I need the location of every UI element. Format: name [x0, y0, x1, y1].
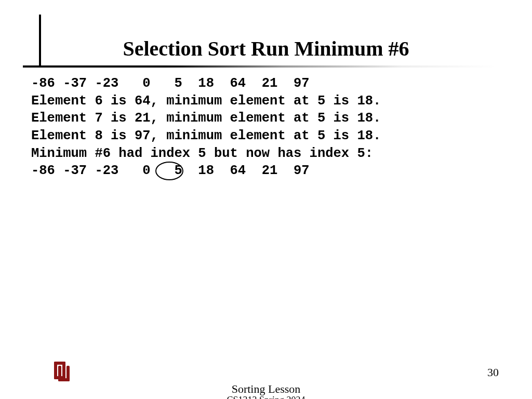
slide-body: -86 -37 -23 0 5 18 64 21 97 Element 6 is…: [31, 75, 381, 180]
footer-lesson: Sorting Lesson: [0, 382, 532, 396]
ou-logo-icon: [52, 361, 73, 383]
title-divider-horizontal: [23, 65, 496, 68]
slide-title: Selection Sort Run Minimum #6: [0, 36, 532, 61]
highlight-circle-icon: [155, 162, 183, 180]
body-line: Element 8 is 97, minimum element at 5 is…: [31, 128, 381, 143]
page-number: 30: [487, 366, 499, 379]
body-line: -86 -37 -23 0 5 18 64 21 97: [31, 76, 310, 91]
slide: Selection Sort Run Minimum #6 -86 -37 -2…: [0, 0, 532, 399]
body-line: Element 7 is 21, minimum element at 5 is…: [31, 111, 381, 126]
body-line: Minimum #6 had index 5 but now has index…: [31, 146, 373, 161]
svg-rect-2: [54, 362, 65, 365]
footer-course: CS1313 Spring 2024: [0, 395, 532, 399]
svg-rect-6: [58, 378, 70, 381]
body-line: Element 6 is 64, minimum element at 5 is…: [31, 94, 381, 109]
